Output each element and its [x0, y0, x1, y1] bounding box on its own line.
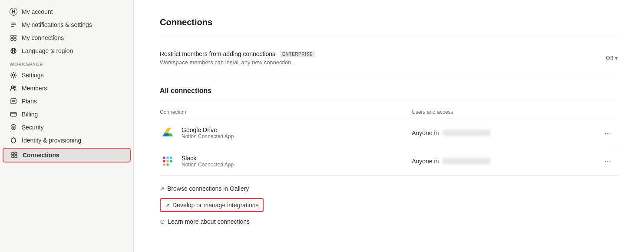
google-drive-actions-cell: ···	[581, 119, 618, 147]
billing-label: Billing	[22, 111, 38, 118]
learn-more-label: Learn more about connections	[168, 218, 250, 225]
svg-point-12	[14, 86, 16, 88]
sidebar-item-identity[interactable]: Identity & provisioning	[3, 134, 131, 147]
connections-table: Connection Users and access	[160, 106, 618, 176]
google-drive-access-text: Anyone in	[412, 129, 439, 136]
develop-integrations-link[interactable]: ↗ Develop or manage integrations	[160, 198, 264, 212]
slack-connection: Slack Notion Connected App	[160, 153, 412, 169]
security-icon	[10, 123, 17, 131]
toggle-off-button[interactable]: Off ▾	[606, 55, 618, 61]
sidebar-item-settings[interactable]: Settings	[3, 69, 131, 82]
col-actions	[581, 106, 618, 119]
col-connection: Connection	[160, 106, 412, 119]
svg-rect-20	[12, 153, 14, 155]
develop-integrations-row: ↗ Develop or manage integrations	[160, 196, 618, 214]
top-divider	[160, 38, 618, 38]
connections-icon	[10, 151, 18, 159]
google-drive-name: Google Drive	[182, 126, 234, 133]
notifications-label: My notifications & settings	[22, 21, 92, 28]
svg-rect-21	[15, 153, 17, 155]
sidebar-item-members[interactable]: Members	[3, 82, 131, 95]
sidebar-item-language[interactable]: Language & region	[3, 44, 131, 57]
svg-point-10	[13, 74, 15, 76]
enterprise-badge: ENTERPRISE	[280, 51, 315, 57]
slack-actions-cell: ···	[581, 147, 618, 176]
svg-rect-26	[166, 156, 168, 159]
svg-rect-4	[14, 35, 16, 37]
plans-label: Plans	[22, 98, 37, 105]
sidebar-item-billing[interactable]: Billing	[3, 108, 131, 121]
google-drive-cell: Google Drive Notion Connected App	[160, 119, 412, 147]
members-icon	[10, 84, 17, 92]
my-account-label: My account	[22, 8, 53, 15]
svg-rect-23	[15, 156, 17, 158]
toggle-off-label: Off	[606, 55, 613, 61]
slack-name: Slack	[182, 155, 234, 162]
learn-more-help-icon: ⊙	[160, 218, 165, 225]
develop-integrations-label: Develop or manage integrations	[172, 202, 258, 209]
plans-icon	[10, 97, 17, 105]
slack-workspace-name	[443, 158, 490, 164]
browse-gallery-row: ↗ Browse connections in Gallery	[160, 181, 618, 196]
main-content: Connections Restrict members from adding…	[134, 0, 644, 252]
restrict-left: Restrict members from adding connections…	[160, 50, 315, 66]
table-row: Google Drive Notion Connected App Anyone…	[160, 119, 618, 147]
sidebar-item-security[interactable]: Security	[3, 121, 131, 134]
svg-rect-28	[170, 160, 172, 162]
browse-gallery-link[interactable]: ↗ Browse connections in Gallery	[160, 182, 618, 195]
svg-rect-29	[166, 163, 168, 166]
sidebar-item-my-account[interactable]: H My account	[3, 5, 131, 18]
google-drive-access: Anyone in	[412, 119, 581, 147]
svg-point-18	[13, 126, 14, 128]
svg-rect-16	[11, 113, 17, 116]
svg-rect-22	[12, 156, 14, 158]
learn-more-link[interactable]: ⊙ Learn more about connections	[160, 216, 618, 228]
language-label: Language & region	[22, 47, 73, 54]
google-drive-sub: Notion Connected App	[182, 133, 234, 139]
page-title: Connections	[160, 17, 618, 27]
sidebar-item-connections[interactable]: Connections	[3, 149, 130, 162]
google-drive-more-button[interactable]: ···	[601, 127, 614, 139]
develop-integrations-arrow-icon: ↗	[165, 202, 170, 209]
svg-rect-6	[14, 38, 16, 40]
sidebar-item-notifications[interactable]: My notifications & settings	[3, 18, 131, 31]
google-drive-workspace-name	[443, 130, 490, 136]
identity-icon	[10, 136, 17, 144]
members-label: Members	[22, 85, 47, 92]
middle-divider	[160, 78, 618, 78]
svg-point-11	[12, 86, 14, 88]
browse-gallery-label: Browse connections in Gallery	[167, 185, 249, 192]
svg-rect-13	[11, 99, 16, 104]
restrict-desc: Workspace members can install any new co…	[160, 59, 315, 66]
sidebar: H My account My notifications & settings…	[0, 0, 134, 252]
sidebar-item-plans[interactable]: Plans	[3, 95, 131, 108]
svg-rect-5	[11, 38, 13, 40]
google-drive-connection: Google Drive Notion Connected App	[160, 125, 412, 141]
browse-gallery-arrow-icon: ↗	[160, 186, 165, 192]
notifications-icon	[10, 21, 17, 29]
connections-label: Connections	[23, 152, 59, 159]
table-header: Connection Users and access	[160, 106, 618, 119]
settings-icon	[10, 71, 17, 79]
restrict-title: Restrict members from adding connections	[160, 50, 275, 57]
slack-access-text: Anyone in	[412, 158, 439, 165]
account-icon: H	[10, 8, 17, 16]
language-icon	[10, 47, 17, 55]
svg-rect-31	[166, 160, 168, 162]
workspace-section-label: WORKSPACE	[0, 57, 133, 69]
google-drive-access-cell: Anyone in	[412, 129, 581, 136]
restrict-title-row: Restrict members from adding connections…	[160, 50, 315, 57]
chevron-down-icon: ▾	[615, 55, 618, 61]
restrict-row: Restrict members from adding connections…	[160, 43, 618, 73]
sidebar-item-my-connections[interactable]: My connections	[3, 31, 131, 44]
slack-icon	[160, 153, 175, 169]
all-connections-title: All connections	[160, 87, 618, 95]
slack-cell: Slack Notion Connected App	[160, 147, 412, 176]
security-label: Security	[22, 124, 44, 131]
identity-label: Identity & provisioning	[22, 137, 81, 144]
svg-rect-25	[163, 156, 165, 159]
slack-access-cell: Anyone in	[412, 158, 581, 165]
my-connections-icon	[10, 34, 17, 42]
slack-more-button[interactable]: ···	[601, 155, 614, 168]
billing-icon	[10, 110, 17, 118]
